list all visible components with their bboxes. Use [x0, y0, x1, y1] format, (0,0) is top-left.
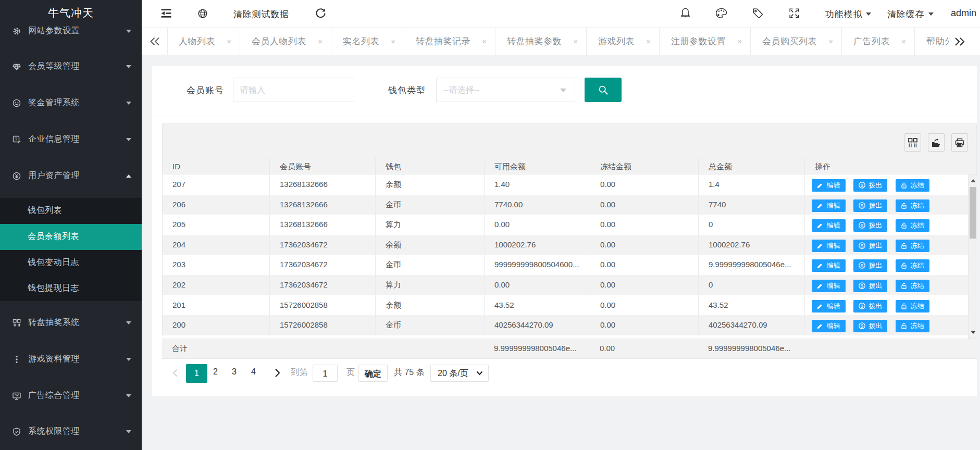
svg-text:?: ? — [15, 136, 17, 142]
svg-text:$: $ — [861, 283, 863, 288]
svg-text:$: $ — [861, 303, 863, 308]
svg-text:$: $ — [861, 222, 863, 228]
svg-text:$: $ — [861, 243, 863, 248]
svg-text:$: $ — [861, 323, 863, 328]
svg-text:$: $ — [861, 262, 863, 268]
svg-text:$: $ — [861, 182, 863, 188]
svg-text:$: $ — [861, 203, 863, 208]
